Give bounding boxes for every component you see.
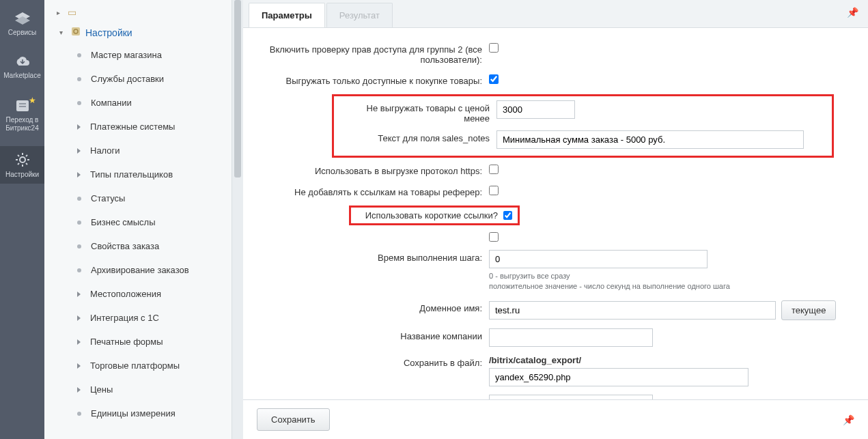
arrow-icon	[77, 387, 81, 393]
label-sales-notes: Текст для поля sales_notes	[339, 130, 496, 143]
button-current-domain[interactable]: текущее	[781, 300, 836, 320]
label-save-file: Сохранить в файл:	[243, 355, 489, 368]
nav-item-label: Печатные формы	[90, 337, 163, 347]
nav-item[interactable]: Свойства заказа	[44, 234, 232, 258]
input-domain[interactable]	[489, 301, 776, 320]
bullet-icon	[77, 221, 81, 225]
nav-item[interactable]: Интеграция с 1С	[44, 306, 232, 330]
nav-item[interactable]: Печатные формы	[44, 330, 232, 354]
nav-item-label: Торговые платформы	[90, 360, 180, 371]
svg-rect-2	[16, 100, 29, 111]
nav-item-label: Свойства заказа	[91, 241, 159, 251]
arrow-icon	[77, 339, 81, 345]
rail-bitrix24[interactable]: ★ Переход в Битрикс24	[0, 93, 44, 138]
nav-item[interactable]: Типы плательщиков	[44, 162, 232, 186]
chevron-right-icon: ▸	[57, 9, 64, 16]
checkbox-https[interactable]	[489, 165, 499, 174]
nav-item-label: Налоги	[90, 145, 120, 156]
tools-icon	[70, 26, 81, 39]
bullet-icon	[77, 77, 81, 81]
nav-item-label: Архивирование заказов	[91, 265, 189, 275]
rail-label: Сервисы	[8, 29, 36, 36]
tab-result[interactable]: Результат	[326, 3, 393, 27]
nav-item[interactable]: Службы доставки	[44, 67, 232, 91]
input-profile[interactable]	[489, 395, 653, 399]
label-extra-empty	[243, 231, 489, 233]
input-sales-notes[interactable]	[496, 130, 804, 149]
arrow-icon	[77, 292, 81, 297]
nav-tree[interactable]: ▸ ▭ ▾ Настройки Мастер магазинаСлужбы до…	[44, 0, 232, 439]
label-no-referer: Не добавлять к ссылкам на товары реферер…	[243, 184, 489, 197]
nav-item[interactable]: Статусы	[44, 186, 232, 210]
pin-icon[interactable]: 📌	[847, 7, 858, 18]
left-rail: Сервисы Marketplace ★ Переход в Битрикс2…	[0, 0, 44, 439]
checkbox-extra[interactable]	[489, 232, 499, 242]
nav-item-label: Бизнес смыслы	[91, 217, 156, 227]
footer: Сохранить 📌	[243, 399, 868, 439]
nav-item[interactable]: Цены	[44, 378, 232, 401]
nav-item[interactable]: Бизнес смыслы	[44, 210, 232, 234]
nav-item-label: Интеграция с 1С	[90, 313, 159, 323]
nav-item[interactable]: Единицы измерения	[44, 401, 232, 425]
checkbox-only-available[interactable]	[489, 74, 499, 84]
tab-params[interactable]: Параметры	[249, 3, 325, 27]
rail-settings[interactable]: Настройки	[0, 146, 44, 184]
highlight-short-links: Использовать короткие ссылки?	[349, 206, 520, 225]
cloud-icon	[13, 55, 32, 69]
nav-item-label: Местоположения	[90, 289, 161, 299]
form-content: Включить проверку прав доступа для групп…	[243, 28, 868, 399]
nav-item-label: Статусы	[91, 193, 125, 203]
nav-item-label: Цены	[90, 384, 113, 395]
nav-item-label: Типы плательщиков	[90, 169, 173, 180]
arrow-icon	[77, 124, 81, 130]
nav-group-settings[interactable]: ▾ Настройки	[44, 22, 232, 43]
gear-icon	[14, 152, 31, 168]
rail-label: Переход в Битрикс24	[0, 116, 44, 132]
nav-item[interactable]: Компании	[44, 91, 232, 115]
nav-item-label: Компании	[91, 98, 132, 108]
save-button[interactable]: Сохранить	[257, 408, 330, 431]
input-step-time[interactable]	[489, 250, 708, 268]
nav-item-label: Службы доставки	[91, 74, 164, 84]
rail-label: Marketplace	[3, 72, 40, 79]
folder-icon: ▭	[68, 7, 76, 18]
label-domain: Доменное имя:	[243, 300, 489, 313]
checkbox-access-group[interactable]	[489, 43, 499, 53]
rail-services[interactable]: Сервисы	[0, 5, 44, 42]
nav-item-label: Платежные системы	[90, 122, 175, 132]
scrollbar[interactable]	[232, 0, 243, 439]
bullet-icon	[77, 412, 81, 416]
stack-icon	[14, 11, 31, 26]
arrow-icon	[77, 315, 81, 321]
nav-group-top[interactable]: ▸ ▭	[44, 3, 232, 22]
nav-item[interactable]: Архивирование заказов	[44, 258, 232, 282]
input-min-price[interactable]	[496, 100, 575, 119]
text-save-path: /bitrix/catalog_export/	[489, 355, 581, 365]
label-only-available: Выгружать только доступные к покупке тов…	[243, 73, 489, 86]
nav-item[interactable]: Платежные системы	[44, 115, 232, 139]
label-short-links: Использовать короткие ссылки?	[356, 210, 503, 221]
hint-step-time: 0 - выгрузить все сразуположительное зна…	[489, 271, 730, 292]
nav-item[interactable]: Местоположения	[44, 282, 232, 306]
checkbox-short-links[interactable]	[503, 211, 512, 220]
nav-group-label: Настройки	[85, 27, 132, 38]
bullet-icon	[77, 53, 81, 57]
checkbox-no-referer[interactable]	[489, 186, 499, 195]
nav-item[interactable]: Мастер магазина	[44, 43, 232, 67]
input-save-file[interactable]	[489, 368, 748, 386]
label-step-time: Время выполнения шага:	[243, 250, 489, 263]
bullet-icon	[77, 101, 81, 105]
pin-icon-footer[interactable]: 📌	[843, 414, 854, 425]
nav-item[interactable]: Торговые платформы	[44, 354, 232, 378]
main-area: Параметры Результат 📌 Включить проверку …	[243, 0, 868, 439]
nav-item[interactable]: Налоги	[44, 139, 232, 162]
highlight-price-salesnotes: Не выгружать товары с ценой менее Текст …	[332, 94, 834, 158]
input-company[interactable]	[489, 328, 653, 347]
label-https: Использовать в выгрузке протокол https:	[243, 163, 489, 176]
chevron-down-icon: ▾	[59, 29, 66, 36]
star-icon: ★	[29, 96, 36, 105]
rail-label: Настройки	[5, 171, 39, 178]
svg-point-5	[20, 157, 25, 162]
scroll-thumb[interactable]	[234, 0, 241, 178]
rail-marketplace[interactable]: Marketplace	[0, 50, 44, 85]
